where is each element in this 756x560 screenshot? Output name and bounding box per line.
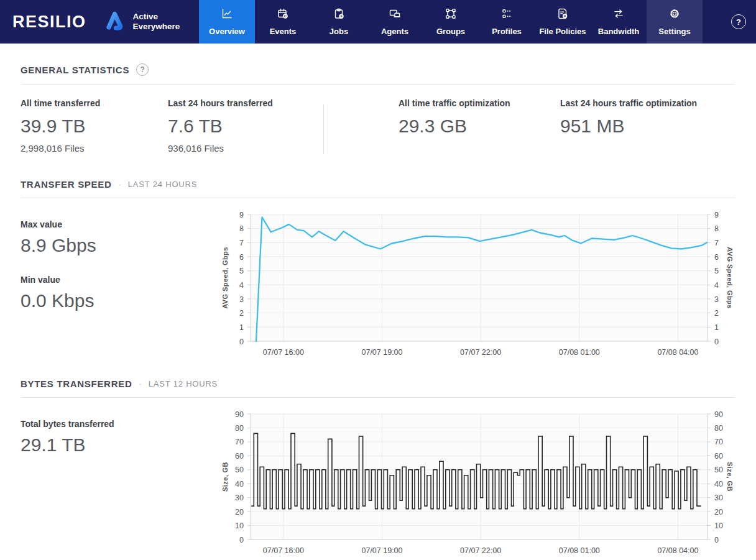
- tab-label: Jobs: [330, 27, 348, 36]
- tab-groups[interactable]: Groups: [423, 0, 479, 44]
- tab-agents[interactable]: Agents: [367, 0, 423, 44]
- svg-text:6: 6: [239, 253, 244, 262]
- help-circle-icon[interactable]: ?: [136, 63, 149, 76]
- stat-all-time-transferred: All time transferred 39.9 TB 2,998,016 F…: [21, 98, 168, 154]
- tab-jobs[interactable]: Jobs: [311, 0, 367, 44]
- brand-zone: RESILIO Active Everywhere: [0, 0, 199, 44]
- active-everywhere-logo-icon: [105, 9, 127, 34]
- svg-text:5: 5: [239, 267, 244, 275]
- tab-label: Overview: [209, 27, 245, 36]
- nav-tabs: OverviewEventsJobsAgentsGroupsProfilesFi…: [199, 0, 703, 44]
- active-everywhere-label: Active Everywhere: [133, 12, 180, 32]
- transfer-speed-metrics: Max value 8.9 Gbps Min value 0.0 Kbps: [21, 208, 219, 364]
- svg-text:9: 9: [714, 211, 719, 219]
- svg-text:7: 7: [714, 239, 719, 247]
- tab-events[interactable]: Events: [255, 0, 311, 44]
- bytes-transferred-section: Total bytes transferred 29.1 TB 00101020…: [21, 408, 735, 560]
- tab-file-policies[interactable]: File Policies: [535, 0, 591, 44]
- tab-settings[interactable]: Settings: [647, 0, 703, 44]
- svg-text:3: 3: [714, 295, 719, 304]
- tab-label: Settings: [658, 27, 690, 36]
- svg-text:07/07 19:00: 07/07 19:00: [361, 546, 402, 555]
- svg-text:1: 1: [239, 323, 244, 332]
- svg-text:50: 50: [235, 466, 244, 474]
- svg-text:2: 2: [714, 309, 719, 318]
- svg-text:8: 8: [714, 224, 719, 233]
- nav-spacer: [703, 0, 721, 44]
- svg-text:70: 70: [714, 438, 723, 446]
- bytes-transferred-metrics: Total bytes transferred 29.1 TB: [21, 408, 219, 560]
- transfer-speed-title: TRANSFER SPEED: [21, 179, 112, 190]
- calendar-clock-icon: [277, 7, 289, 22]
- svg-text:60: 60: [235, 452, 244, 461]
- svg-text:Size, GB: Size, GB: [726, 462, 734, 492]
- svg-text:07/07 16:00: 07/07 16:00: [263, 348, 304, 357]
- list-dots-icon: [500, 7, 513, 22]
- svg-text:07/08 01:00: 07/08 01:00: [559, 546, 600, 555]
- general-statistics-row: All time transferred 39.9 TB 2,998,016 F…: [21, 98, 735, 154]
- svg-text:AVG Speed, Gbps: AVG Speed, Gbps: [726, 247, 734, 308]
- svg-text:1: 1: [714, 323, 719, 332]
- tab-label: Bandwidth: [598, 27, 639, 36]
- stat-last-24h-optimization: Last 24 hours traffic optimization 951 M…: [560, 98, 735, 154]
- main-content: GENERAL STATISTICS ? All time transferre…: [0, 63, 756, 560]
- tab-label: Groups: [436, 27, 465, 36]
- devices-icon: [389, 7, 401, 22]
- stat-last-24h-transferred: Last 24 hours transferred 7.6 TB 936,016…: [168, 98, 323, 154]
- header-dot: ·: [139, 379, 141, 388]
- svg-text:07/08 01:00: 07/08 01:00: [559, 348, 600, 357]
- stats-divider: [323, 104, 324, 154]
- svg-text:10: 10: [714, 521, 723, 530]
- tab-overview[interactable]: Overview: [199, 0, 255, 44]
- tab-label: Profiles: [492, 27, 522, 36]
- bytes-transferred-header: BYTES TRANSFERRED · LAST 12 HOURS: [21, 379, 735, 398]
- svg-text:5: 5: [714, 267, 719, 275]
- total-bytes-metric: Total bytes transferred 29.1 TB: [21, 419, 219, 456]
- bytes-transferred-chart-wrap: 0010102020303040405050606070708080909007…: [219, 408, 735, 560]
- top-navbar: RESILIO Active Everywhere OverviewEvents…: [0, 0, 756, 44]
- svg-text:60: 60: [714, 452, 723, 461]
- svg-text:40: 40: [714, 480, 723, 489]
- transfer-speed-chart-wrap: 0011223344556677889907/07 16:0007/07 19:…: [219, 208, 735, 364]
- svg-text:3: 3: [239, 295, 244, 304]
- svg-text:9: 9: [239, 211, 244, 219]
- tab-bandwidth[interactable]: Bandwidth: [591, 0, 647, 44]
- svg-text:4: 4: [239, 281, 244, 290]
- general-statistics-header: GENERAL STATISTICS ?: [21, 63, 735, 85]
- svg-text:4: 4: [714, 281, 719, 290]
- bytes-transferred-chart: 0010102020303040405050606070708080909007…: [219, 408, 735, 560]
- help-button[interactable]: ?: [731, 14, 746, 29]
- svg-text:30: 30: [235, 493, 244, 502]
- svg-text:70: 70: [235, 438, 244, 446]
- svg-text:07/07 22:00: 07/07 22:00: [460, 348, 501, 357]
- clipboard-gear-icon: [333, 7, 345, 22]
- tab-profiles[interactable]: Profiles: [479, 0, 535, 44]
- transfer-speed-header: TRANSFER SPEED · LAST 24 HOURS: [21, 179, 735, 198]
- svg-text:0: 0: [714, 536, 719, 544]
- nodes-icon: [445, 7, 457, 22]
- svg-text:80: 80: [235, 424, 244, 433]
- svg-text:10: 10: [235, 521, 244, 530]
- svg-text:2: 2: [239, 309, 244, 318]
- svg-text:07/08 04:00: 07/08 04:00: [657, 348, 698, 357]
- svg-text:7: 7: [239, 239, 244, 247]
- gear-icon: [668, 7, 681, 22]
- help-zone: ?: [721, 0, 756, 44]
- bytes-transferred-period: LAST 12 HOURS: [149, 379, 218, 388]
- resilio-wordmark: RESILIO: [12, 12, 86, 32]
- svg-text:90: 90: [714, 410, 723, 419]
- max-value-metric: Max value 8.9 Gbps: [21, 219, 219, 256]
- tab-label: Events: [270, 27, 297, 36]
- svg-text:0: 0: [239, 337, 244, 346]
- active-everywhere-logo: Active Everywhere: [105, 9, 180, 34]
- svg-text:07/08 04:00: 07/08 04:00: [657, 546, 698, 555]
- general-statistics-title: GENERAL STATISTICS: [21, 65, 129, 75]
- svg-text:50: 50: [714, 466, 723, 474]
- header-dot: ·: [119, 180, 121, 189]
- svg-text:90: 90: [235, 410, 244, 419]
- svg-text:Size, GB: Size, GB: [221, 462, 229, 492]
- svg-text:0: 0: [239, 536, 244, 544]
- svg-text:07/07 19:00: 07/07 19:00: [361, 348, 402, 357]
- svg-text:0: 0: [714, 337, 719, 346]
- svg-text:07/07 16:00: 07/07 16:00: [263, 546, 304, 555]
